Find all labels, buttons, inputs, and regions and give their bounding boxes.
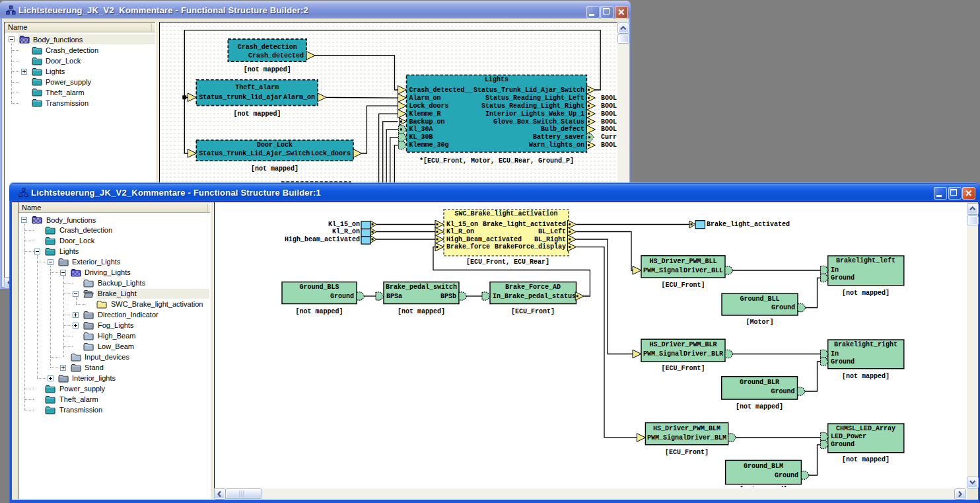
svg-text:BL_Left: BL_Left	[538, 228, 565, 235]
svg-text:[not mapped]: [not mapped]	[735, 403, 783, 410]
svg-text:[ECU_Front]: [ECU_Front]	[661, 365, 705, 372]
svg-text:BOOL: BOOL	[601, 141, 617, 149]
svg-text:[ECU_Front]: [ECU_Front]	[664, 448, 708, 455]
svg-text:[Motor]: [Motor]	[746, 319, 773, 326]
svg-text:Brake_light_activated: Brake_light_activated	[482, 221, 565, 228]
svg-text:Brake_force: Brake_force	[446, 243, 490, 251]
svg-text:*[ECU_Front, Motor, ECU_Rear,: *[ECU_Front, Motor, ECU_Rear, Ground_P]	[419, 157, 573, 165]
svg-text:BOOL: BOOL	[601, 126, 617, 133]
svg-text:Lock_doors: Lock_doors	[310, 149, 350, 157]
svg-text:Ground: Ground	[831, 358, 855, 365]
svg-text:Driver_BLM: Driver_BLM	[686, 434, 726, 441]
svg-text:Driver_BLR: Driver_BLR	[683, 350, 722, 358]
svg-text:Theft_alarm: Theft_alarm	[235, 83, 279, 91]
svg-text:SWC_Brake_light_activation: SWC_Brake_light_activation	[454, 210, 557, 217]
svg-text:Door_Lock: Door_Lock	[257, 141, 293, 149]
svg-text:BPSa: BPSa	[386, 292, 402, 299]
svg-text:CHMSL_LED_Array: CHMSL_LED_Array	[835, 425, 895, 432]
svg-text:BOOL: BOOL	[601, 102, 617, 109]
svg-text:[not mapped]: [not mapped]	[233, 110, 281, 117]
svg-text:Ground_BLS: Ground_BLS	[299, 284, 339, 291]
svg-text:Lights: Lights	[484, 76, 508, 83]
svg-text:Status_Trunk_Lid_Ajar_Switch: Status_Trunk_Lid_Ajar_Switch	[199, 149, 310, 157]
svg-text:Ground_BLL: Ground_BLL	[740, 295, 779, 302]
svg-text:Bulb_defect: Bulb_defect	[540, 126, 584, 133]
svg-text:[not mapped]: [not mapped]	[739, 486, 787, 487]
svg-text:Brake_Force_AD: Brake_Force_AD	[505, 284, 560, 291]
svg-text:High_beam_activated: High_beam_activated	[284, 235, 359, 243]
svg-text:Driver_BLL: Driver_BLL	[683, 266, 722, 274]
svg-text:[ECU_Front]: [ECU_Front]	[661, 282, 705, 289]
svg-text:PWM_Signal: PWM_Signal	[647, 434, 687, 441]
svg-text:In_Brake_pedal_status: In_Brake_pedal_status	[493, 292, 576, 299]
svg-text:Battery_saver: Battery_saver	[532, 134, 584, 141]
svg-text:[not mapped]: [not mapped]	[243, 66, 291, 73]
svg-text:Ground: Ground	[771, 304, 794, 311]
svg-text:Klemme_30g: Klemme_30g	[409, 141, 448, 149]
svg-text:BPSb: BPSb	[440, 292, 456, 299]
svg-text:Ground: Ground	[330, 292, 353, 299]
svg-text:Curre: Curre	[601, 134, 617, 141]
svg-text:Brakelight_right: Brakelight_right	[833, 341, 897, 348]
svg-text:Ground: Ground	[771, 387, 794, 395]
svg-text:Ground_BLR: Ground_BLR	[739, 378, 779, 385]
svg-text:Crash_detected__: Crash_detected__	[409, 86, 473, 93]
svg-text:BrakeForce_display: BrakeForce_display	[494, 243, 565, 251]
svg-text:Interior_Lights_Wake_Up_1: Interior_Lights_Wake_Up_1	[485, 110, 584, 117]
svg-text:BOOL: BOOL	[601, 110, 617, 117]
svg-text:[not mapped]: [not mapped]	[397, 307, 444, 315]
svg-text:Ground: Ground	[831, 441, 855, 448]
svg-text:Status_trunk_lid_ajar: Status_trunk_lid_ajar	[199, 93, 282, 100]
svg-text:Ground: Ground	[831, 274, 855, 282]
svg-text:BL_Right: BL_Right	[534, 235, 565, 243]
svg-text:Warn_lights_on: Warn_lights_on	[528, 141, 584, 149]
svg-text:Ground_BLM: Ground_BLM	[743, 462, 783, 469]
svg-text:Kl_R_on: Kl_R_on	[446, 228, 474, 235]
svg-text:KL_30B: KL_30B	[409, 134, 433, 141]
svg-text:Alarm_on: Alarm_on	[283, 93, 314, 100]
svg-text:Kl_15_on: Kl_15_on	[446, 221, 478, 228]
svg-text:[not mapped]: [not mapped]	[295, 307, 343, 315]
svg-text:HS_Driver_PWM_BLR: HS_Driver_PWM_BLR	[649, 341, 717, 348]
svg-text:In: In	[831, 266, 839, 274]
svg-text:Brake_pedal_switch: Brake_pedal_switch	[385, 284, 456, 291]
svg-text:Kl_30A: Kl_30A	[409, 126, 433, 133]
svg-text:Alarm_on: Alarm_on	[409, 94, 440, 101]
svg-text:High_Beam_activated: High_Beam_activated	[446, 235, 522, 243]
svg-text:[not mapped]: [not mapped]	[250, 165, 298, 173]
svg-text:Kl_15_on: Kl_15_on	[328, 221, 359, 228]
svg-text:LED_Power: LED_Power	[831, 433, 866, 440]
svg-text:BOOL: BOOL	[601, 94, 617, 101]
svg-text:Glove_Box_Switch_Status: Glove_Box_Switch_Status	[493, 118, 584, 125]
svg-text:Backup_on: Backup_on	[409, 118, 444, 125]
svg-text:PWM_Signal: PWM_Signal	[643, 266, 683, 274]
svg-text:Status_Reading_Light_Right: Status_Reading_Light_Right	[481, 102, 584, 109]
svg-text:HS_Driver_PWM_BLM: HS_Driver_PWM_BLM	[652, 424, 720, 432]
svg-text:[not mapped]: [not mapped]	[841, 373, 889, 380]
svg-text:Kl_R_on: Kl_R_on	[332, 228, 359, 235]
svg-text:Brakelight_left: Brakelight_left	[835, 257, 895, 264]
svg-text:[ECU_Front]: [ECU_Front]	[510, 307, 554, 315]
svg-text:PWM_Signal: PWM_Signal	[643, 350, 683, 358]
svg-text:Lock_doors: Lock_doors	[409, 102, 448, 109]
svg-text:Status_Trunk_Lid_Ajar_Switch: Status_Trunk_Lid_Ajar_Switch	[473, 86, 584, 93]
svg-text:Crash_detection: Crash_detection	[237, 43, 297, 50]
svg-text:BOOL: BOOL	[601, 118, 617, 125]
svg-text:Crash_detected: Crash_detected	[248, 52, 303, 59]
svg-text:In: In	[831, 350, 839, 358]
svg-text:[not mapped]: [not mapped]	[841, 290, 889, 297]
svg-text:[ECU_Front, ECU_Rear]: [ECU_Front, ECU_Rear]	[466, 258, 549, 266]
svg-text:Status_Reading_Light_Left: Status_Reading_Light_Left	[485, 94, 584, 101]
svg-text:Brake_light_activated: Brake_light_activated	[707, 221, 790, 228]
svg-text:Ground: Ground	[774, 471, 798, 479]
svg-text:HS_Driver_PWM_BLL: HS_Driver_PWM_BLL	[649, 257, 717, 264]
svg-text:[not mapped]: [not mapped]	[841, 456, 889, 463]
svg-text:Klemme_R: Klemme_R	[409, 110, 440, 117]
